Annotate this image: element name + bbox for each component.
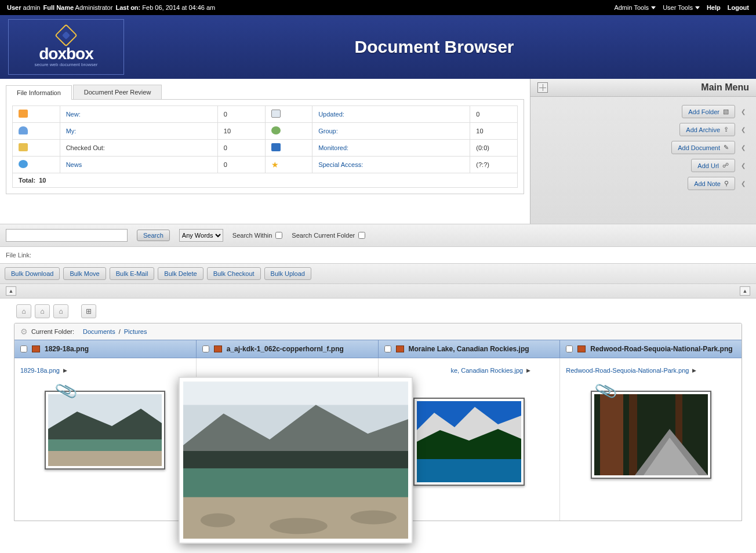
logo: doxbox secure web document browser <box>8 19 124 75</box>
bulk-download-button[interactable]: Bulk Download <box>5 267 60 280</box>
checkedout-count: 0 <box>217 140 265 157</box>
add-url-button[interactable]: Add Url☍ <box>691 159 735 172</box>
thumbnail-preview-popup <box>179 377 413 521</box>
image-file-icon <box>396 345 404 352</box>
globe-icon <box>19 160 28 168</box>
search-within-toggle[interactable]: Search Within <box>232 232 282 239</box>
chevron-right-icon: ▶ <box>63 368 67 373</box>
add-document-button[interactable]: Add Document✎ <box>671 141 735 154</box>
expand-icon[interactable]: ❮ <box>741 144 746 151</box>
my-link[interactable]: My: <box>66 128 77 134</box>
breadcrumb-documents-link[interactable]: Documents <box>83 328 115 335</box>
file-link[interactable]: ke, Canadian Rockies.jpg▶ <box>451 367 531 374</box>
user-icon <box>19 126 28 134</box>
folder-nav-toolbar: ⌂ ⌂ ⌂ ⊞ <box>0 299 756 321</box>
collapse-right-button[interactable]: ▲ <box>740 286 750 296</box>
grid-icon[interactable] <box>537 82 548 93</box>
file-title: Redwood-Road-Sequoia-National-Park.png <box>590 345 732 353</box>
chevron-right-icon: ▶ <box>526 368 530 373</box>
new-count: 0 <box>217 106 265 123</box>
new-link[interactable]: New: <box>66 111 81 118</box>
tab-file-information[interactable]: File Information <box>6 85 72 100</box>
main-menu-header: Main Menu <box>530 79 756 97</box>
user-tools-menu[interactable]: User Tools <box>663 4 700 11</box>
add-note-button[interactable]: Add Note⚲ <box>688 177 735 190</box>
monitored-link[interactable]: Monitored: <box>318 144 348 151</box>
file-link[interactable]: 1829-18a.png▶ <box>20 367 67 374</box>
add-folder-button[interactable]: Add Folder▧ <box>682 105 735 118</box>
bulk-checkout-button[interactable]: Bulk Checkout <box>207 267 261 280</box>
updated-icon <box>271 110 281 118</box>
chevron-down-icon <box>695 6 700 9</box>
logo-icon <box>54 24 78 47</box>
file-link[interactable]: Redwood-Road-Sequoia-National-Park.png▶ <box>566 367 696 374</box>
bulk-move-button[interactable]: Bulk Move <box>63 267 106 280</box>
bulk-upload-button[interactable]: Bulk Upload <box>264 267 311 280</box>
special-access-count: (?:?) <box>470 157 518 173</box>
search-input[interactable] <box>6 229 128 242</box>
home-button[interactable]: ⌂ <box>16 304 31 318</box>
svg-rect-10 <box>629 394 637 475</box>
tab-document-peer-review[interactable]: Document Peer Review <box>73 85 162 99</box>
search-current-folder-toggle[interactable]: Search Current Folder <box>292 232 365 239</box>
home-alt2-button[interactable]: ⌂ <box>53 304 68 318</box>
expand-icon[interactable]: ❮ <box>741 162 746 169</box>
file-cell: Redwood-Road-Sequoia-National-Park.png▶ … <box>560 358 742 521</box>
link-icon: ☍ <box>722 162 729 169</box>
lock-icon <box>19 143 28 151</box>
updated-count: 0 <box>470 106 518 123</box>
collapse-left-button[interactable]: ▲ <box>6 286 16 296</box>
tree-view-button[interactable]: ⊞ <box>81 304 96 318</box>
special-access-link[interactable]: Special Access: <box>318 161 363 168</box>
svg-rect-9 <box>600 394 623 475</box>
star-icon: ★ <box>271 160 279 169</box>
breadcrumb-pictures-link[interactable]: Pictures <box>124 328 147 335</box>
bulk-email-button[interactable]: Bulk E-Mail <box>110 267 155 280</box>
file-select-checkbox[interactable] <box>20 345 27 352</box>
add-archive-button[interactable]: Add Archive⇪ <box>679 123 735 136</box>
my-count: 10 <box>217 123 265 140</box>
pencil-icon: ✎ <box>724 144 729 151</box>
gear-icon[interactable]: ⚙ <box>20 327 28 336</box>
search-button[interactable]: Search <box>137 230 170 241</box>
image-file-icon <box>214 345 222 352</box>
svg-rect-7 <box>417 459 521 482</box>
news-link[interactable]: News <box>66 161 82 168</box>
home-alt-button[interactable]: ⌂ <box>35 304 50 318</box>
expand-icon[interactable]: ❮ <box>741 126 746 133</box>
logout-link[interactable]: Logout <box>728 4 749 11</box>
news-count: 0 <box>217 157 265 173</box>
file-select-checkbox[interactable] <box>202 345 209 352</box>
chevron-down-icon <box>651 6 656 9</box>
file-info-table: New: 0 Updated: 0 My: 10 Group: 10 <box>12 105 518 188</box>
bulk-delete-button[interactable]: Bulk Delete <box>158 267 203 280</box>
updated-link[interactable]: Updated: <box>318 111 344 118</box>
monitored-count: (0:0) <box>470 140 518 157</box>
file-cell: 1829-18a.png▶ 📎 <box>14 358 197 521</box>
group-count: 10 <box>470 123 518 140</box>
info-tabs: File Information Document Peer Review <box>6 85 524 100</box>
search-mode-select[interactable]: Any Words <box>179 229 223 242</box>
help-link[interactable]: Help <box>707 4 721 11</box>
chevron-right-icon: ▶ <box>692 368 696 373</box>
archive-icon: ⇪ <box>724 126 729 133</box>
file-title: 1829-18a.png <box>45 345 89 353</box>
expand-icon[interactable]: ❮ <box>741 108 746 115</box>
thumbnail[interactable] <box>45 391 165 470</box>
thumbnail[interactable] <box>591 391 711 479</box>
session-info: User admin Full Name Administrator Last … <box>7 4 216 11</box>
file-title: a_aj-kdk-1_062c-copperhornl_f.png <box>227 345 344 353</box>
thumbnail[interactable] <box>413 398 525 486</box>
new-icon <box>19 110 28 118</box>
file-select-checkbox[interactable] <box>384 345 391 352</box>
checkedout-label: Checked Out: <box>60 140 217 157</box>
expand-icon[interactable]: ❮ <box>741 180 746 187</box>
file-select-checkbox[interactable] <box>566 345 573 352</box>
search-bar: Search Any Words Search Within Search Cu… <box>0 224 756 247</box>
group-link[interactable]: Group: <box>318 128 338 134</box>
bulk-toolbar: Bulk Download Bulk Move Bulk E-Mail Bulk… <box>0 263 756 284</box>
group-icon <box>271 126 281 134</box>
file-link-label: File Link: <box>0 247 756 263</box>
monitor-icon <box>271 143 281 151</box>
admin-tools-menu[interactable]: Admin Tools <box>614 4 656 11</box>
